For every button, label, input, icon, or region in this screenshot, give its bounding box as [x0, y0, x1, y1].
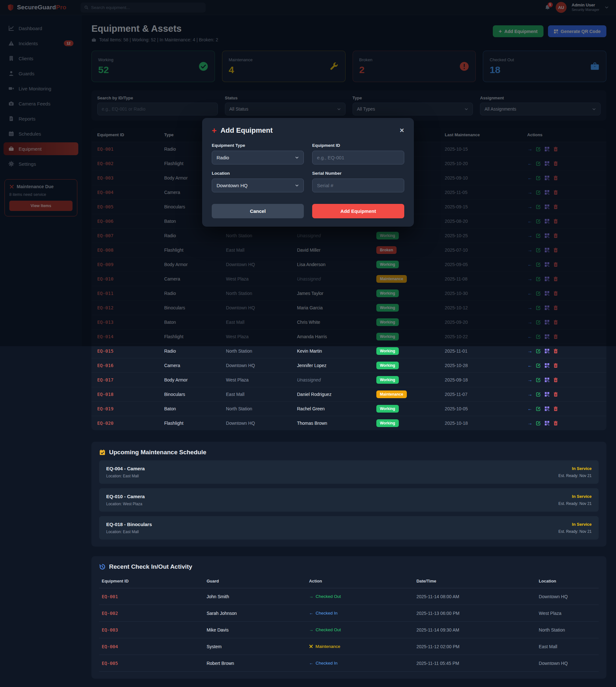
check-in-arrow-icon[interactable]: ← [527, 406, 533, 412]
equipment-type-select[interactable]: Radio [212, 151, 304, 164]
cancel-button[interactable]: Cancel [212, 204, 304, 218]
activity-datetime: 2025-11-12 02:00 PM [414, 638, 536, 655]
qr-code-icon[interactable] [544, 391, 550, 397]
qr-code-icon[interactable] [544, 406, 550, 412]
equipment-id: EQ-001 [99, 588, 204, 605]
activity-location: Downtown HQ [536, 655, 599, 672]
equipment-location: North Station [223, 402, 293, 416]
table-row[interactable]: EQ-016CameraDowntown HQJennifer LopezWor… [91, 358, 607, 372]
chevron-down-icon [295, 183, 299, 187]
arrow-right-icon: → [309, 594, 313, 599]
equipment-type: Camera [161, 358, 223, 372]
submit-add-equipment-button[interactable]: Add Equipment [312, 204, 404, 218]
field-location: Location Downtown HQ [212, 171, 304, 192]
action-cell: ←Checked In [306, 605, 414, 622]
row-actions: → [527, 420, 603, 426]
activity-datetime: 2025-11-14 08:00 AM [414, 588, 536, 605]
check-out-arrow-icon[interactable]: → [527, 420, 533, 426]
maintenance-item-location: Location: East Mall [106, 474, 145, 478]
activity-datetime: 2025-11-11 05:45 PM [414, 655, 536, 672]
guard-name: John Smith [204, 588, 306, 605]
maintenance-item-name: EQ-018 - Binoculars [106, 522, 152, 527]
activity-row[interactable]: EQ-001John Smith→Checked Out2025-11-14 0… [99, 588, 599, 605]
equipment-id-label: Equipment ID [312, 143, 404, 148]
field-equipment-type: Equipment Type Radio [212, 143, 304, 164]
trash-icon[interactable] [553, 348, 558, 354]
serial-number-input[interactable] [312, 179, 404, 192]
activity-section: Recent Check In/Out Activity Equipment I… [91, 556, 607, 679]
qr-code-icon[interactable] [544, 377, 550, 383]
table-row[interactable]: EQ-018BinocularsEast MallDaniel Rodrigue… [91, 387, 607, 402]
maintenance-item: EQ-004 - CameraLocation: East MallIn Ser… [99, 460, 599, 484]
trash-icon[interactable] [553, 363, 558, 368]
activity-row[interactable]: EQ-004SystemMaintenance2025-11-12 02:00 … [99, 638, 599, 655]
activity-datetime: 2025-11-14 09:30 AM [414, 622, 536, 638]
table-row[interactable]: EQ-020FlashlightDowntown HQThomas BrownW… [91, 416, 607, 430]
action-cell: ←Checked In [306, 655, 414, 672]
check-out-arrow-icon[interactable]: → [527, 348, 533, 354]
trash-icon[interactable] [553, 377, 558, 383]
guard-name: Robert Brown [204, 655, 306, 672]
check-out-arrow-icon[interactable]: → [527, 377, 533, 383]
equipment-type: Body Armor [161, 372, 223, 387]
status-badge: Working [376, 419, 399, 427]
equipment-id: EQ-019 [91, 402, 161, 416]
equipment-id-input[interactable] [312, 151, 404, 164]
status-badge: Working [376, 376, 399, 384]
qr-code-icon[interactable] [544, 348, 550, 354]
assigned-to: Jennifer Lopez [294, 358, 373, 372]
status-cell: Working [373, 372, 441, 387]
tools-icon [309, 644, 313, 648]
location-select[interactable]: Downtown HQ [212, 179, 304, 192]
plus-icon: + [212, 126, 217, 135]
maintenance-schedule-title: Upcoming Maintenance Schedule [99, 449, 599, 456]
equipment-type: Flashlight [161, 416, 223, 430]
activity-row[interactable]: EQ-003Mike Davis→Checked Out2025-11-14 0… [99, 622, 599, 638]
status-badge: Working [376, 362, 399, 369]
trash-icon[interactable] [553, 406, 558, 412]
column-header: Location [536, 576, 599, 588]
actions-cell: → [524, 387, 607, 402]
assigned-to: Unassigned [294, 372, 373, 387]
history-icon [99, 564, 106, 570]
trash-icon[interactable] [553, 420, 558, 426]
edit-icon[interactable] [535, 363, 541, 368]
edit-icon[interactable] [535, 391, 541, 397]
check-out-arrow-icon[interactable]: → [527, 391, 533, 397]
column-header: Date/Time [414, 576, 536, 588]
table-row[interactable]: EQ-019BatonNorth StationRachel GreenWork… [91, 402, 607, 416]
maintenance-schedule-section: Upcoming Maintenance Schedule EQ-004 - C… [91, 442, 607, 547]
activity-title: Recent Check In/Out Activity [99, 563, 599, 570]
check-in-arrow-icon[interactable]: ← [527, 362, 533, 368]
activity-row[interactable]: EQ-002Sarah Johnson←Checked In2025-11-13… [99, 605, 599, 622]
equipment-id: EQ-017 [91, 372, 161, 387]
row-actions: → [527, 348, 603, 354]
ready-date: Est. Ready: Nov 21 [558, 474, 592, 478]
last-maintenance-date: 2025-09-18 [441, 372, 524, 387]
table-row[interactable]: EQ-017Body ArmorWest PlazaUnassignedWork… [91, 372, 607, 387]
qr-code-icon[interactable] [544, 363, 550, 368]
actions-cell: → [524, 416, 607, 430]
qr-code-icon[interactable] [544, 420, 550, 426]
activity-location: East Mall [536, 638, 599, 655]
status-badge: Working [376, 347, 399, 355]
action-label: ←Checked In [309, 661, 411, 666]
field-serial-number: Serial Number [312, 171, 404, 192]
edit-icon[interactable] [535, 348, 541, 354]
equipment-type: Binoculars [161, 387, 223, 402]
equipment-location: Downtown HQ [223, 358, 293, 372]
guard-name: System [204, 638, 306, 655]
edit-icon[interactable] [535, 406, 541, 412]
edit-icon[interactable] [535, 377, 541, 383]
activity-row[interactable]: EQ-005Robert Brown←Checked In2025-11-11 … [99, 655, 599, 672]
maintenance-item: EQ-010 - CameraLocation: West PlazaIn Se… [99, 488, 599, 512]
edit-icon[interactable] [535, 420, 541, 426]
status-cell: Working [373, 358, 441, 372]
status-cell: Working [373, 402, 441, 416]
maintenance-item: EQ-018 - BinocularsLocation: East MallIn… [99, 516, 599, 540]
close-icon[interactable]: ✕ [399, 127, 404, 134]
trash-icon[interactable] [553, 391, 558, 397]
row-actions: → [527, 377, 603, 383]
activity-table-header: Equipment IDGuardActionDate/TimeLocation [99, 576, 599, 588]
action-label: Maintenance [309, 644, 411, 649]
